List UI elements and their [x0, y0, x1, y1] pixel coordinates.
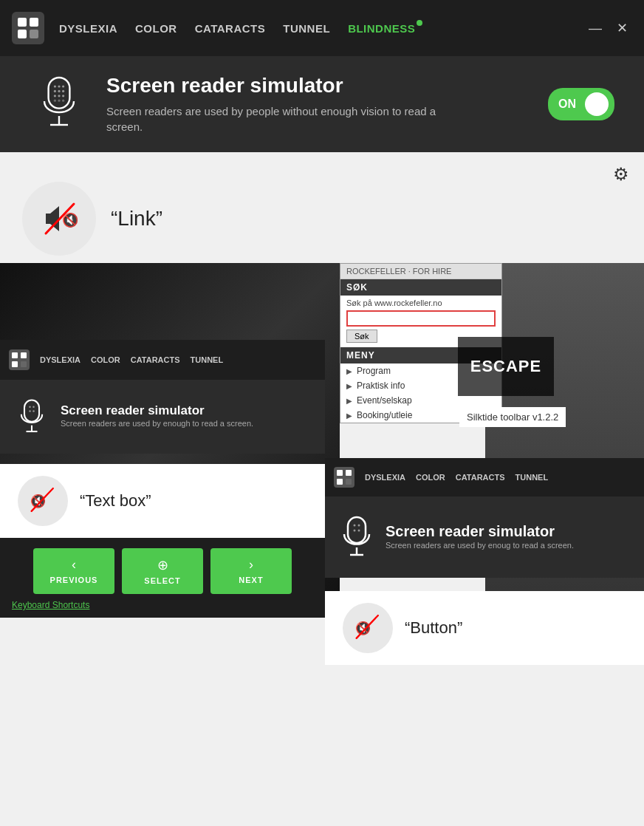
bottom-controls: ‹ PREVIOUS ⊕ SELECT › NEXT Keyboard Shor…: [0, 538, 325, 618]
sr-3-desc: Screen readers are used by enoug to read…: [386, 540, 574, 551]
logo-icon-2: [9, 349, 30, 370]
toggle-label: ON: [558, 98, 576, 111]
wp-search-input[interactable]: [346, 310, 496, 327]
button-reader-card: 🔇 “Button”: [325, 591, 644, 665]
wp-menu-booking-label: Booking/utleie: [357, 410, 412, 420]
mute-circle-textbox: 🔇: [18, 476, 68, 526]
textbox-reader-card: 🔇 “Text box”: [0, 464, 325, 538]
sr-banner-main: Screen reader simulator Screen readers a…: [0, 56, 644, 152]
svg-point-8: [58, 85, 60, 87]
textbox-label: “Text box”: [80, 491, 151, 511]
svg-point-11: [58, 90, 60, 92]
select-button[interactable]: ⊕ SELECT: [122, 548, 203, 594]
nav2-cataracts[interactable]: CATARACTS: [131, 355, 180, 364]
svg-rect-28: [24, 400, 39, 422]
nav-tunnel[interactable]: TUNNEL: [283, 22, 330, 35]
wp-menu-event-label: Event/selskap: [357, 395, 412, 406]
svg-rect-0: [12, 12, 44, 44]
svg-rect-41: [346, 479, 352, 485]
sr-3-text: Screen reader simulator Screen readers a…: [386, 523, 574, 551]
svg-point-10: [54, 90, 56, 92]
escape-label: ESCAPE: [470, 357, 541, 376]
svg-rect-40: [337, 479, 343, 485]
nav3-dyslexia[interactable]: DYSLEXIA: [365, 473, 405, 482]
next-button[interactable]: › NEXT: [210, 548, 292, 594]
nav3-cataracts[interactable]: CATARACTS: [456, 473, 505, 482]
sr-3-title: Screen reader simulator: [386, 523, 574, 540]
silktide-text: Silktide toolbar v1.2.2: [467, 412, 558, 423]
nav-dyslexia[interactable]: DYSLEXIA: [59, 22, 117, 35]
svg-rect-26: [12, 361, 18, 367]
svg-rect-39: [346, 470, 352, 476]
svg-point-7: [54, 85, 56, 87]
close-button[interactable]: ✕: [612, 18, 632, 38]
svg-point-43: [354, 525, 356, 527]
microphone-icon-2: [13, 398, 50, 435]
toggle-on-button[interactable]: ON: [548, 88, 614, 120]
toggle-container: ON: [548, 88, 614, 120]
microphone-icon-3: [338, 515, 375, 559]
nav3-tunnel[interactable]: TUNNEL: [515, 473, 549, 482]
arrow-icon: ▶: [346, 367, 352, 375]
svg-point-29: [29, 406, 31, 408]
logo-icon: [12, 12, 44, 44]
mute-circle-link: 🔇: [22, 182, 96, 256]
svg-rect-37: [334, 467, 354, 488]
svg-point-32: [32, 410, 35, 412]
wp-search-title: SØK: [340, 279, 501, 296]
svg-rect-42: [348, 517, 366, 543]
main-toolbar: DYSLEXIA COLOR CATARACTS TUNNEL BLINDNES…: [0, 0, 644, 56]
nav2-color[interactable]: COLOR: [91, 355, 120, 364]
nav2-tunnel[interactable]: TUNNEL: [191, 355, 224, 364]
toggle-knob: [585, 92, 609, 116]
previous-button[interactable]: ‹ PREVIOUS: [33, 548, 114, 594]
mute-circle-button: 🔇: [343, 603, 393, 653]
sr-banner-2: Screen reader simulator Screen readers a…: [0, 380, 325, 454]
wp-search-label: Søk på www.rockefeller.no: [340, 296, 501, 309]
toolbar-2: DYSLEXIA COLOR CATARACTS TUNNEL: [0, 340, 325, 380]
minimize-button[interactable]: —: [585, 18, 606, 38]
select-label: SELECT: [144, 576, 180, 585]
sr-desc: Screen readers are used by people withou…: [106, 103, 461, 134]
svg-rect-27: [21, 361, 27, 367]
svg-point-12: [62, 90, 64, 92]
sr-text-block: Screen reader simulator Screen readers a…: [106, 74, 530, 134]
link-reader-card: 🔇 “Link”: [22, 182, 162, 256]
svg-rect-38: [337, 470, 343, 476]
sr-2-text: Screen reader simulator Screen readers a…: [61, 403, 253, 429]
previous-label: PREVIOUS: [50, 576, 98, 584]
nav-blindness[interactable]: BLINDNESS: [348, 22, 415, 35]
logo-icon-3: [334, 467, 354, 488]
sr-2-title: Screen reader simulator: [61, 403, 253, 418]
sr-title: Screen reader simulator: [106, 74, 530, 98]
previous-icon: ‹: [72, 557, 76, 573]
wp-search-button[interactable]: Søk: [346, 330, 377, 343]
svg-point-17: [58, 100, 60, 102]
next-icon: ›: [249, 557, 253, 573]
keyboard-shortcuts-link[interactable]: Keyboard Shortcuts: [12, 600, 313, 610]
wp-menu-program-label: Program: [357, 366, 391, 376]
arrow-icon-4: ▶: [346, 412, 352, 420]
svg-rect-2: [30, 18, 38, 27]
svg-rect-25: [21, 352, 27, 358]
next-label: NEXT: [239, 576, 263, 584]
microphone-icon-large: [30, 75, 89, 134]
mute-speaker-icon-3: 🔇: [353, 613, 383, 643]
button-label: “Button”: [405, 618, 462, 638]
svg-point-16: [54, 100, 56, 102]
svg-point-14: [58, 95, 60, 97]
sr-banner-3: Screen reader simulator Screen readers a…: [325, 496, 644, 578]
nav3-color[interactable]: COLOR: [416, 473, 445, 482]
main-nav: DYSLEXIA COLOR CATARACTS TUNNEL BLINDNES…: [59, 22, 570, 35]
settings-button[interactable]: ⚙: [613, 164, 629, 185]
select-icon: ⊕: [157, 557, 168, 573]
svg-rect-24: [12, 352, 18, 358]
svg-point-31: [29, 410, 31, 412]
nav-cataracts[interactable]: CATARACTS: [195, 22, 266, 35]
arrow-icon-2: ▶: [346, 382, 352, 390]
svg-point-13: [54, 95, 56, 97]
nav-color[interactable]: COLOR: [135, 22, 177, 35]
svg-rect-4: [30, 30, 38, 38]
wp-header: ROCKEFELLER · FOR HIRE: [340, 264, 501, 279]
nav2-dyslexia[interactable]: DYSLEXIA: [40, 355, 80, 364]
